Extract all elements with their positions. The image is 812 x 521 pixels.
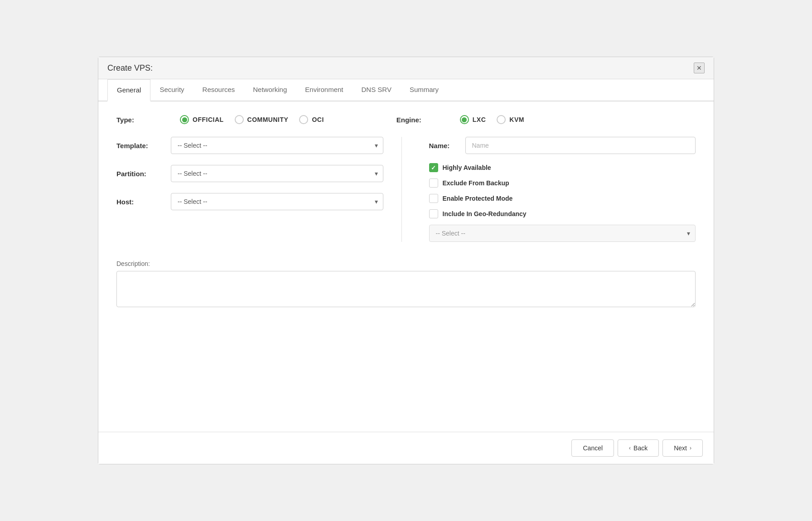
partition-label: Partition:: [116, 170, 171, 178]
partition-select-wrapper: -- Select --: [171, 165, 383, 182]
tab-security[interactable]: Security: [150, 79, 193, 101]
checkbox-highly-available[interactable]: Highly Available: [429, 163, 696, 172]
template-select-wrapper: -- Select --: [171, 137, 383, 154]
type-label: Type:: [116, 116, 171, 124]
tab-dns-srv[interactable]: DNS SRV: [353, 79, 401, 101]
checkbox-protected-mode-label: Enable Protected Mode: [443, 195, 513, 202]
checkbox-exclude-backup-label: Exclude From Backup: [443, 179, 509, 187]
partition-select[interactable]: -- Select --: [171, 165, 383, 182]
tab-environment[interactable]: Environment: [296, 79, 352, 101]
engine-lxc-circle: [460, 115, 469, 124]
dialog-title: Create VPS:: [107, 63, 153, 73]
back-label: Back: [633, 444, 648, 452]
host-row: Host: -- Select --: [116, 193, 383, 210]
name-input[interactable]: [465, 137, 696, 154]
engine-lxc-radio[interactable]: LXC: [460, 115, 486, 124]
content-area: Type: OFFICIAL COMMUNITY OCI: [98, 101, 714, 432]
two-column-layout: Template: -- Select -- Partition: -- Sel…: [116, 137, 696, 242]
left-column: Template: -- Select -- Partition: -- Sel…: [116, 137, 402, 242]
geo-select-wrapper: -- Select --: [429, 225, 696, 242]
checkbox-geo-redundancy[interactable]: Include In Geo-Redundancy: [429, 209, 696, 218]
engine-lxc-label: LXC: [473, 116, 486, 123]
tab-bar: General Security Resources Networking En…: [98, 79, 714, 101]
type-radio-group: OFFICIAL COMMUNITY OCI: [180, 115, 324, 124]
type-oci-radio[interactable]: OCI: [299, 115, 324, 124]
checkbox-highly-available-label: Highly Available: [443, 164, 491, 171]
engine-kvm-circle: [497, 115, 506, 124]
checkbox-exclude-backup[interactable]: Exclude From Backup: [429, 178, 696, 188]
checkbox-geo-redundancy-box: [429, 209, 438, 218]
footer: Cancel ‹ Back Next ›: [98, 432, 714, 464]
type-official-radio[interactable]: OFFICIAL: [180, 115, 224, 124]
template-label: Template:: [116, 142, 171, 150]
type-oci-circle: [299, 115, 308, 124]
engine-section: Engine: LXC KVM: [396, 115, 524, 124]
type-oci-label: OCI: [312, 116, 324, 123]
checkbox-list: Highly Available Exclude From Backup Ena…: [429, 163, 696, 218]
right-column: Name: Highly Available Exclude From Back…: [402, 137, 696, 242]
back-chevron-icon: ‹: [629, 445, 631, 451]
close-button[interactable]: ✕: [694, 63, 705, 73]
tab-resources[interactable]: Resources: [193, 79, 244, 101]
type-official-label: OFFICIAL: [193, 116, 224, 123]
engine-kvm-label: KVM: [509, 116, 524, 123]
host-select-wrapper: -- Select --: [171, 193, 383, 210]
host-select[interactable]: -- Select --: [171, 193, 383, 210]
next-chevron-icon: ›: [690, 445, 691, 451]
next-button[interactable]: Next ›: [662, 439, 703, 457]
type-section: Type: OFFICIAL COMMUNITY OCI: [116, 115, 324, 124]
type-community-circle: [235, 115, 244, 124]
back-button[interactable]: ‹ Back: [618, 439, 659, 457]
engine-label: Engine:: [396, 116, 451, 124]
host-label: Host:: [116, 198, 171, 206]
type-community-label: COMMUNITY: [247, 116, 289, 123]
template-row: Template: -- Select --: [116, 137, 383, 154]
dialog-header: Create VPS: ✕: [98, 57, 714, 79]
next-label: Next: [674, 444, 687, 452]
tab-networking[interactable]: Networking: [244, 79, 296, 101]
type-community-radio[interactable]: COMMUNITY: [235, 115, 289, 124]
type-official-circle: [180, 115, 189, 124]
checkbox-exclude-backup-box: [429, 178, 438, 188]
checkbox-highly-available-box: [429, 163, 438, 172]
description-section: Description:: [116, 251, 696, 309]
template-select[interactable]: -- Select --: [171, 137, 383, 154]
description-label: Description:: [116, 260, 696, 267]
name-input-wrapper: [465, 137, 696, 154]
name-row: Name:: [429, 137, 696, 154]
engine-kvm-radio[interactable]: KVM: [497, 115, 524, 124]
description-textarea[interactable]: [116, 271, 696, 307]
type-engine-row: Type: OFFICIAL COMMUNITY OCI: [116, 115, 696, 124]
name-label: Name:: [429, 142, 465, 150]
create-vps-dialog: Create VPS: ✕ General Security Resources…: [98, 57, 714, 464]
partition-row: Partition: -- Select --: [116, 165, 383, 182]
cancel-label: Cancel: [583, 444, 603, 452]
tab-summary[interactable]: Summary: [401, 79, 448, 101]
checkbox-geo-redundancy-label: Include In Geo-Redundancy: [443, 210, 527, 217]
tab-general[interactable]: General: [107, 79, 150, 101]
cancel-button[interactable]: Cancel: [571, 439, 614, 457]
geo-select[interactable]: -- Select --: [429, 225, 696, 242]
checkbox-protected-mode-box: [429, 194, 438, 203]
engine-radio-group: LXC KVM: [460, 115, 524, 124]
checkbox-protected-mode[interactable]: Enable Protected Mode: [429, 194, 696, 203]
